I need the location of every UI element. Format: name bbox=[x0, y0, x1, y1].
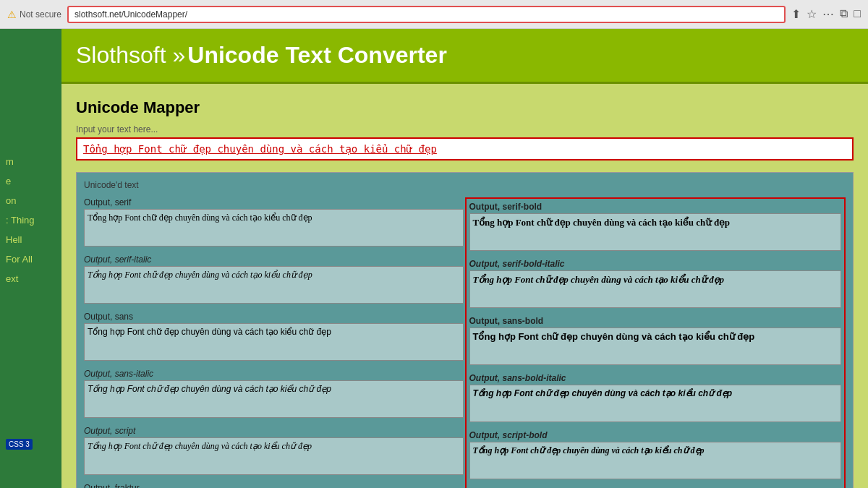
output-label-sans-bold: Output, sans-bold bbox=[469, 316, 842, 326]
output-textarea-serif[interactable]: Tổng hợp Font chữ đẹp chuyên dùng và các… bbox=[84, 209, 464, 247]
output-label-sans-italic: Output, sans-italic bbox=[84, 369, 464, 379]
sidebar-item-for-all[interactable]: For All bbox=[0, 249, 61, 269]
output-label-serif-bold: Output, serif-bold bbox=[469, 202, 842, 212]
sidebar-item-e[interactable]: e bbox=[0, 171, 61, 191]
output-left: Output, serif Tổng hợp Font chữ đẹp chuy… bbox=[84, 197, 465, 488]
serif-textarea-wrapper: Tổng hợp Font chữ đẹp chuyên dùng và các… bbox=[84, 209, 464, 249]
browser-warning: ⚠ Not secure bbox=[7, 9, 61, 20]
output-label-script-bold: Output, script-bold bbox=[469, 430, 842, 440]
output-textarea-serif-bold-italic[interactable]: Tổng hợp Font chữ đẹp chuyên dùng và các… bbox=[469, 270, 842, 308]
output-label-script: Output, script bbox=[84, 426, 464, 436]
menu-icon[interactable]: ⋯ bbox=[822, 7, 834, 21]
css-badge-wrapper: CSS 3 bbox=[0, 433, 61, 455]
output-textarea-sans[interactable]: Tổng hợp Font chữ đẹp chuyên dùng và các… bbox=[84, 323, 464, 361]
script-bold-textarea-wrapper: Tổng hợp Font chữ đẹp chuyên dùng và các… bbox=[469, 442, 842, 481]
output-block-serif-bold: Output, serif-bold Tổng hợp Font chữ đẹp… bbox=[469, 202, 842, 253]
output-block-serif: Output, serif Tổng hợp Font chữ đẹp chuy… bbox=[84, 197, 464, 249]
sidebar: m e on : Thing Hell For All ext CSS 3 bbox=[0, 29, 61, 488]
warning-icon: ⚠ bbox=[7, 9, 17, 20]
sans-italic-textarea-wrapper: Tổng hợp Font chữ đẹp chuyên dùng và các… bbox=[84, 380, 464, 420]
output-textarea-serif-bold[interactable]: Tổng hợp Font chữ đẹp chuyên dùng và các… bbox=[469, 213, 842, 251]
window-icon[interactable]: □ bbox=[854, 7, 861, 21]
output-block-fraktur: Output, fraktur Tổng hợp Font chữ đẹp ch… bbox=[84, 483, 464, 488]
script-textarea-wrapper: Tổng hợp Font chữ đẹp chuyên dùng và các… bbox=[84, 437, 464, 477]
sidebar-item-hell[interactable]: Hell bbox=[0, 230, 61, 249]
serif-bold-textarea-wrapper: Tổng hợp Font chữ đẹp chuyên dùng và các… bbox=[469, 213, 842, 253]
output-textarea-serif-italic[interactable]: Tổng hợp Font chữ đẹp chuyên dùng và các… bbox=[84, 266, 464, 304]
page-title: Unicode Mapper bbox=[76, 98, 854, 117]
header-title: Unicode Text Converter bbox=[187, 42, 447, 68]
address-bar[interactable] bbox=[67, 6, 786, 23]
unicode-section: Unicode'd text Output, serif Tổng hợp Fo… bbox=[76, 172, 854, 488]
output-block-sans: Output, sans Tổng hợp Font chữ đẹp chuyê… bbox=[84, 312, 464, 363]
output-block-serif-italic: Output, serif-italic Tổng hợp Font chữ đ… bbox=[84, 254, 464, 306]
tab-icon[interactable]: ⧉ bbox=[840, 7, 848, 21]
sidebar-item-ext[interactable]: ext bbox=[0, 269, 61, 288]
sans-bold-textarea-wrapper: Tổng hợp Font chữ đẹp chuyên dùng và các… bbox=[469, 328, 842, 367]
output-label-sans-bold-italic: Output, sans-bold-italic bbox=[469, 373, 842, 383]
site-header: Slothsoft » Unicode Text Converter bbox=[61, 29, 868, 84]
output-textarea-sans-bold-italic[interactable]: Tổng hợp Font chữ đẹp chuyên dùng và các… bbox=[469, 385, 842, 422]
browser-actions: ⬆ ☆ ⋯ ⧉ □ bbox=[791, 7, 861, 21]
brand-text: Slothsoft » bbox=[76, 42, 185, 68]
not-secure-label: Not secure bbox=[20, 9, 61, 20]
output-label-serif: Output, serif bbox=[84, 197, 464, 207]
content-area: Unicode Mapper Input your text here... U… bbox=[61, 84, 868, 488]
output-label-serif-italic: Output, serif-italic bbox=[84, 254, 464, 265]
sidebar-item-m[interactable]: m bbox=[0, 152, 61, 171]
output-block-sans-bold-italic: Output, sans-bold-italic Tổng hợp Font c… bbox=[469, 373, 842, 424]
text-input[interactable] bbox=[76, 137, 854, 160]
sidebar-item-on[interactable]: on bbox=[0, 191, 61, 210]
outputs-grid: Output, serif Tổng hợp Font chữ đẹp chuy… bbox=[84, 197, 846, 488]
input-label: Input your text here... bbox=[76, 124, 854, 134]
output-block-sans-bold: Output, sans-bold Tổng hợp Font chữ đẹp … bbox=[469, 316, 842, 367]
output-textarea-script-bold[interactable]: Tổng hợp Font chữ đẹp chuyên dùng và các… bbox=[469, 442, 842, 479]
serif-bold-italic-textarea-wrapper: Tổng hợp Font chữ đẹp chuyên dùng và các… bbox=[469, 270, 842, 310]
output-label-sans: Output, sans bbox=[84, 312, 464, 322]
browser-chrome: ⚠ Not secure ⬆ ☆ ⋯ ⧉ □ bbox=[0, 0, 868, 29]
output-textarea-sans-bold[interactable]: Tổng hợp Font chữ đẹp chuyên dùng và các… bbox=[469, 328, 842, 365]
css-badge: CSS 3 bbox=[6, 439, 33, 450]
site-title: Slothsoft » Unicode Text Converter bbox=[76, 42, 854, 69]
output-textarea-script[interactable]: Tổng hợp Font chữ đẹp chuyên dùng và các… bbox=[84, 437, 464, 475]
output-block-script: Output, script Tổng hợp Font chữ đẹp chu… bbox=[84, 426, 464, 477]
main-content: Slothsoft » Unicode Text Converter Unico… bbox=[61, 29, 868, 488]
unicode-section-title: Unicode'd text bbox=[84, 180, 846, 190]
output-block-serif-bold-italic: Output, serif-bold-italic Tổng hợp Font … bbox=[469, 259, 842, 310]
share-icon[interactable]: ⬆ bbox=[791, 7, 801, 21]
output-block-script-bold: Output, script-bold Tổng hợp Font chữ đẹ… bbox=[469, 430, 842, 481]
output-textarea-sans-italic[interactable]: Tổng hợp Font chữ đẹp chuyên dùng và các… bbox=[84, 380, 464, 418]
output-block-sans-italic: Output, sans-italic Tổng hợp Font chữ đẹ… bbox=[84, 369, 464, 420]
sans-textarea-wrapper: Tổng hợp Font chữ đẹp chuyên dùng và các… bbox=[84, 323, 464, 363]
output-label-serif-bold-italic: Output, serif-bold-italic bbox=[469, 259, 842, 269]
serif-italic-textarea-wrapper: Tổng hợp Font chữ đẹp chuyên dùng và các… bbox=[84, 266, 464, 306]
output-right: Output, serif-bold Tổng hợp Font chữ đẹp… bbox=[465, 197, 846, 488]
sidebar-item-thing[interactable]: : Thing bbox=[0, 210, 61, 230]
sans-bold-italic-textarea-wrapper: Tổng hợp Font chữ đẹp chuyên dùng và các… bbox=[469, 385, 842, 424]
bookmark-icon[interactable]: ☆ bbox=[807, 7, 817, 21]
output-label-fraktur: Output, fraktur bbox=[84, 483, 464, 488]
